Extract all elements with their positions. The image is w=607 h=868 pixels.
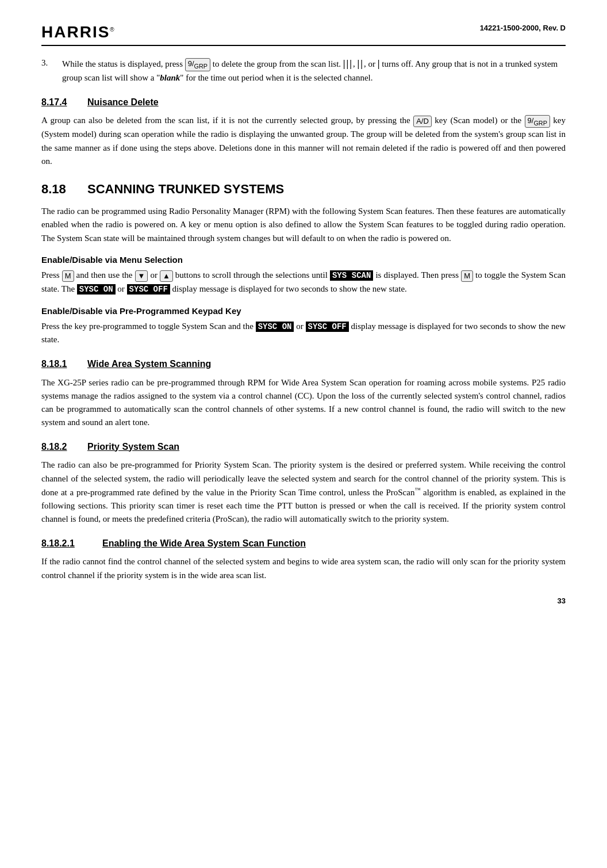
key-9grp: 9/GRP <box>185 58 210 71</box>
section-title-8182: Priority System Scan <box>87 440 179 454</box>
para-818-intro: The radio can be programmed using Radio … <box>41 205 566 245</box>
para-nuisance-delete: A group can also be deleted from the sca… <box>41 114 566 168</box>
key-9grp-2: 9/GRP <box>525 115 550 128</box>
list-number: 3. <box>41 56 55 85</box>
section-heading-8174: 8.17.4 Nuisance Delete <box>41 95 566 110</box>
para-81821: If the radio cannot find the control cha… <box>41 555 566 582</box>
company-logo: HARRIS® <box>41 23 116 41</box>
para-enable-keypad: Press the key pre-programmed to toggle S… <box>41 320 566 347</box>
page: HARRIS® 14221-1500-2000, Rev. D 3. While… <box>0 0 607 622</box>
section-number-8182: 8.18.2 <box>41 440 78 454</box>
key-ad: A/D <box>413 116 432 127</box>
section-heading-81821: 8.18.2.1 Enabling the Wide Area System S… <box>41 537 566 551</box>
key-m-2: M <box>461 270 473 282</box>
page-content: 3. While the status is displayed, press … <box>41 56 566 582</box>
section-number-818: 8.18 <box>41 179 78 199</box>
key-down: ▼ <box>135 270 148 282</box>
para-8181: The XG-25P series radio can be pre-progr… <box>41 376 566 430</box>
section-heading-8182: 8.18.2 Priority System Scan <box>41 440 566 454</box>
key-m: M <box>62 270 74 282</box>
section-title-81821: Enabling the Wide Area System Scan Funct… <box>102 537 306 551</box>
subhead-enable-keypad: Enable/Disable via Pre-Programmed Keypad… <box>41 304 566 318</box>
proscan-tm: ™ <box>414 487 420 493</box>
section-title-8174: Nuisance Delete <box>87 95 159 110</box>
section-number-81821: 8.18.2.1 <box>41 537 93 551</box>
display-sysc-off-2: SYSC OFF <box>306 322 349 332</box>
display-sysc-off: SYSC OFF <box>127 284 170 295</box>
key-up: ▲ <box>160 270 173 282</box>
section-number-8181: 8.18.1 <box>41 357 78 372</box>
display-sysc-on: SYSC ON <box>77 284 116 295</box>
logo-registered: ® <box>110 26 115 33</box>
page-number: 33 <box>558 596 566 605</box>
list-item-3: 3. While the status is displayed, press … <box>41 56 566 85</box>
para-enable-menu: Press M and then use the ▼ or ▲ buttons … <box>41 269 566 296</box>
display-sysc-on-2: SYSC ON <box>256 322 294 332</box>
subhead-enable-menu: Enable/Disable via Menu Selection <box>41 253 566 266</box>
blank-text: blank <box>160 73 180 82</box>
scan-indicators-2: || <box>358 58 364 69</box>
section-title-8181: Wide Area System Scanning <box>87 357 211 372</box>
para-8182: The radio can also be pre-programmed for… <box>41 458 566 526</box>
section-heading-818: 8.18 SCANNING TRUNKED SYSTEMS <box>41 179 566 199</box>
section-heading-8181: 8.18.1 Wide Area System Scanning <box>41 357 566 372</box>
section-number-8174: 8.17.4 <box>41 95 78 110</box>
document-title: 14221-1500-2000, Rev. D <box>480 23 566 33</box>
page-header: HARRIS® 14221-1500-2000, Rev. D <box>41 23 566 46</box>
section-title-818: SCANNING TRUNKED SYSTEMS <box>87 179 284 199</box>
scan-indicators-3: | <box>378 58 380 69</box>
list-item-text: While the status is displayed, press 9/G… <box>62 56 566 85</box>
scan-indicators: ||| <box>343 58 353 69</box>
display-sys-scan: SYS SCAN <box>330 270 374 281</box>
